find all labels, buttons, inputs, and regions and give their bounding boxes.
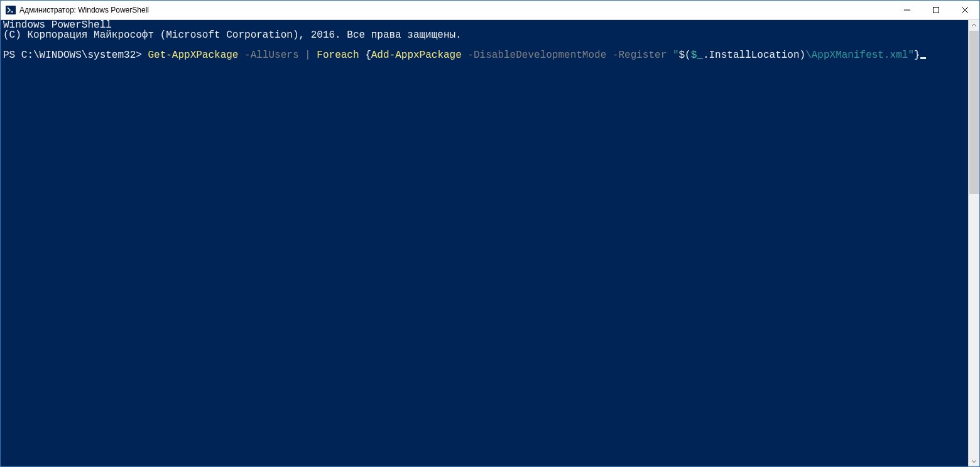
param-disabledevelopmentmode: -DisableDevelopmentMode [467,50,606,61]
brace-close: } [914,50,920,61]
brace-open: { [365,50,371,61]
var-pipeline: $_ [691,50,703,61]
terminal[interactable]: Windows PowerShell (C) Корпорация Майкро… [1,20,968,466]
cmdlet-add-appxpackage: Add-AppxPackage [371,50,462,61]
subexpr-open: $( [679,50,691,61]
cmdlet-get-appxpackage: Get-AppXPackage [148,50,238,61]
scrollbar-thumb[interactable] [969,31,979,194]
scroll-down-button[interactable] [969,456,979,466]
maximize-button[interactable] [922,1,950,19]
close-button[interactable] [950,1,979,19]
powershell-icon [6,5,16,15]
param-register: -Register [612,50,667,61]
window-buttons [893,1,979,19]
vertical-scrollbar[interactable] [968,20,979,466]
window-title: Администратор: Windows PowerShell [19,6,893,14]
minimize-button[interactable] [893,1,922,19]
powershell-window: Администратор: Windows PowerShell Window… [0,0,980,467]
pipe-operator: | [305,50,311,61]
scroll-up-button[interactable] [969,20,979,31]
param-allusers: -AllUsers [244,50,298,61]
subexpr-body: .InstallLocation) [703,50,805,61]
keyword-foreach: Foreach [317,50,359,61]
string-open-quote: " [673,50,679,61]
terminal-prompt: PS C:\WINDOWS\system32> [3,50,148,61]
svg-rect-1 [934,8,939,13]
titlebar[interactable]: Администратор: Windows PowerShell [1,1,979,20]
terminal-header-line2: (C) Корпорация Майкрософт (Microsoft Cor… [3,30,462,41]
string-path: \AppXManifest.xml [805,50,908,61]
scrollbar-track[interactable] [969,31,979,456]
client-area: Windows PowerShell (C) Корпорация Майкро… [1,20,979,466]
string-close-quote: " [908,50,914,61]
terminal-cursor [920,57,926,59]
